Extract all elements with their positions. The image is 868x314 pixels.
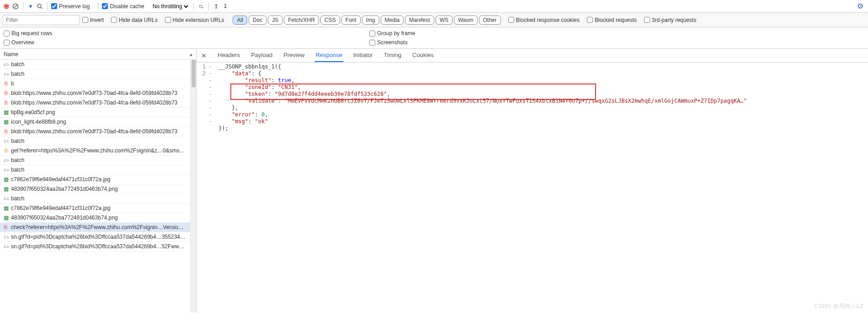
chip-all[interactable]: All <box>233 16 247 25</box>
doc-icon: ▭ <box>4 61 8 68</box>
request-name: blob:https://www.zhihu.com/e7e0df73-70ad… <box>11 128 177 135</box>
request-name: 483907f650324aa2ba772491d0463b74.png <box>11 186 118 192</box>
big-rows-checkbox[interactable]: Big request rows <box>4 30 357 37</box>
chip-ws[interactable]: WS <box>436 16 453 25</box>
clear-icon[interactable] <box>12 3 19 10</box>
request-name: batch <box>11 138 24 144</box>
filter-icon[interactable]: ▼ <box>27 3 34 10</box>
tab-timing[interactable]: Timing <box>383 49 403 62</box>
hide-ext-urls-checkbox[interactable]: Hide extension URLs <box>165 17 224 23</box>
throttling-select[interactable]: No throttling <box>151 3 190 10</box>
disable-cache-label: Disable cache <box>110 3 144 10</box>
chip-other[interactable]: Other <box>479 16 501 25</box>
type-filter-chips: AllDocJSFetch/XHRCSSFontImgMediaManifest… <box>231 16 501 25</box>
request-row[interactable]: ▦483907f650324aa2ba772491d0463b74.png <box>0 213 190 223</box>
screenshots-checkbox[interactable]: Screenshots <box>369 39 860 46</box>
tab-preview[interactable]: Preview <box>282 49 305 62</box>
filter-input[interactable] <box>3 15 80 25</box>
chip-wasm[interactable]: Wasm <box>454 16 478 25</box>
code-content[interactable]: __JSONP_sbbn1qs_1({ "data": { "result": … <box>214 63 868 313</box>
request-row[interactable]: ▭sn.gif?d=pid%3Dcaptcha%26bid%3Dffccaa53… <box>0 232 190 242</box>
tab-payload[interactable]: Payload <box>250 49 273 62</box>
chip-fetchxhr[interactable]: Fetch/XHR <box>284 16 319 25</box>
request-name: c7862e79f6e949edaf4471cf31c0f72a.jpg <box>11 176 111 183</box>
doc-icon: ▭ <box>4 71 8 77</box>
img-icon: ▦ <box>4 186 8 192</box>
group-frame-checkbox[interactable]: Group by frame <box>369 30 860 37</box>
gear-icon[interactable]: ⚙ <box>857 2 865 10</box>
search-icon[interactable] <box>36 3 43 10</box>
request-row[interactable]: ⎘blob:https://www.zhihu.com/e7e0df73-70a… <box>0 127 190 136</box>
name-column-header: Name <box>4 51 18 58</box>
svg-line-3 <box>14 5 17 8</box>
request-name: b <box>11 80 14 87</box>
js-bad-icon: ⎘ <box>4 80 8 87</box>
separator <box>23 2 23 10</box>
tab-response[interactable]: Response <box>314 49 343 62</box>
chip-manifest[interactable]: Manifest <box>405 16 434 25</box>
request-row[interactable]: ▭batch <box>0 69 190 79</box>
request-row[interactable]: ▭batch <box>0 156 190 165</box>
detail-panel: ✕ HeadersPayloadPreviewResponseInitiator… <box>197 49 868 313</box>
request-row[interactable]: ⎘check?referer=https%3A%2F%2Fwww.zhihu.c… <box>0 223 190 232</box>
request-row[interactable]: ▭sn.gif?d=pid%3Dcaptcha%26bid%3Dffccaa53… <box>0 242 190 251</box>
third-party-checkbox[interactable]: 3rd-party requests <box>644 17 696 23</box>
tab-headers[interactable]: Headers <box>217 49 241 62</box>
doc-icon: ▭ <box>4 138 8 144</box>
request-row[interactable]: ▭batch <box>0 165 190 175</box>
chip-css[interactable]: CSS <box>320 16 340 25</box>
tab-initiator[interactable]: Initiator <box>352 49 374 62</box>
preserve-log-checkbox[interactable]: Preserve log <box>51 3 90 10</box>
request-name: batch <box>11 167 24 173</box>
disable-cache-checkbox[interactable]: Disable cache <box>102 3 144 10</box>
request-list-header[interactable]: Name ▴ <box>0 49 196 60</box>
invert-checkbox[interactable]: Invert <box>82 17 104 23</box>
download-icon[interactable]: ↧ <box>222 3 229 10</box>
request-row[interactable]: ⎘blob:https://www.zhihu.com/e7e0df73-70a… <box>0 98 190 108</box>
detail-tabs: ✕ HeadersPayloadPreviewResponseInitiator… <box>197 49 868 63</box>
separator <box>98 2 98 10</box>
doc-icon: ▭ <box>4 157 8 163</box>
js-bad-icon: ⎘ <box>4 128 8 135</box>
request-row[interactable]: ⎘b <box>0 79 190 89</box>
request-row[interactable]: ▦c7862e79f6e949edaf4471cf31c0f72a.jpg <box>0 204 190 213</box>
tab-cookies[interactable]: Cookies <box>411 49 435 62</box>
blocked-cookies-checkbox[interactable]: Blocked response cookies <box>508 17 580 23</box>
chip-media[interactable]: Media <box>381 16 404 25</box>
request-row[interactable]: ▦483907f650324aa2ba772491d0463b74.png <box>0 184 190 194</box>
scroll-up-icon[interactable]: ▴ <box>190 51 192 58</box>
chip-doc[interactable]: Doc <box>249 16 266 25</box>
img-icon: ▦ <box>4 205 8 211</box>
request-row[interactable]: ▦c7862e79f6e949edaf4471cf31c0f72a.jpg <box>0 175 190 184</box>
chip-font[interactable]: Font <box>341 16 361 25</box>
record-icon[interactable] <box>3 3 10 10</box>
upload-icon[interactable]: ↥ <box>213 3 220 10</box>
request-row[interactable]: ▦icon_light.4e88fb8.png <box>0 117 190 127</box>
request-row[interactable]: ⎘get?referer=https%3A%2F%2Fwww.zhihu.com… <box>0 146 190 156</box>
request-row[interactable]: ▭batch <box>0 136 190 146</box>
close-icon[interactable]: ✕ <box>201 52 207 59</box>
request-row[interactable]: ▭batch <box>0 194 190 204</box>
scrollbar[interactable] <box>190 60 196 313</box>
chip-img[interactable]: Img <box>362 16 379 25</box>
network-toolbar: ▼ Preserve log Disable cache No throttli… <box>0 0 868 13</box>
request-row[interactable]: ▦tipBg.ea0d5cf.png <box>0 108 190 117</box>
preserve-log-label: Preserve log <box>59 3 90 10</box>
request-list-panel: Name ▴ ▭batch▭batch⎘b⎘blob:https://www.z… <box>0 49 197 313</box>
request-row[interactable]: ▭batch <box>0 60 190 69</box>
img-icon: ▦ <box>4 215 8 221</box>
blocked-requests-checkbox[interactable]: Blocked requests <box>587 17 637 23</box>
doc-icon: ▭ <box>4 234 8 240</box>
overview-checkbox[interactable]: Overview <box>4 39 357 46</box>
request-row[interactable]: ⎘blob:https://www.zhihu.com/e7e0df73-70a… <box>0 89 190 98</box>
wifi-icon[interactable]: ⇆ <box>197 3 205 10</box>
chip-js[interactable]: JS <box>268 16 282 25</box>
img-icon: ▦ <box>4 119 8 125</box>
img-icon: ▦ <box>4 109 8 115</box>
request-name: blob:https://www.zhihu.com/e7e0df73-70ad… <box>11 90 177 96</box>
separator <box>208 2 209 10</box>
doc-icon: ▭ <box>4 243 8 250</box>
hide-data-urls-checkbox[interactable]: Hide data URLs <box>111 17 158 23</box>
js-bad-icon: ⎘ <box>4 99 8 106</box>
request-name: c7862e79f6e949edaf4471cf31c0f72a.jpg <box>11 205 111 211</box>
